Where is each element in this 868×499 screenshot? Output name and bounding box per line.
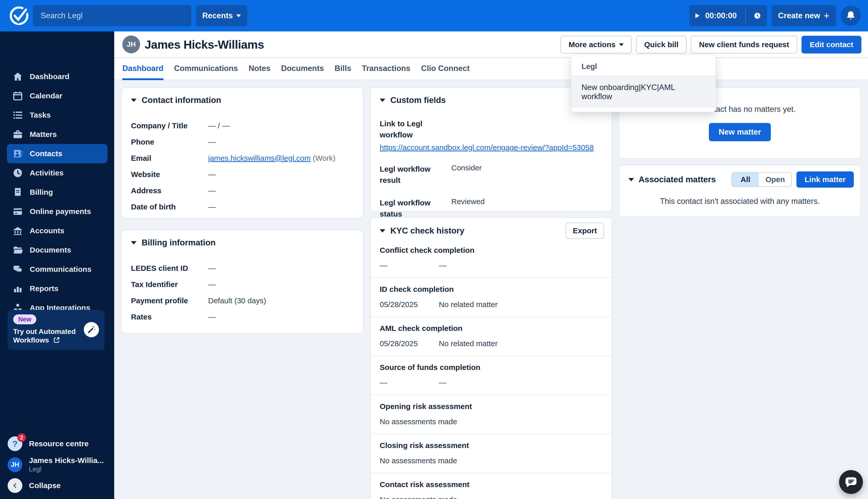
clock-icon[interactable] [754,10,761,21]
tab-dashboard[interactable]: Dashboard [122,58,164,80]
matters-filter-toggle: All Open [732,172,792,187]
help-icon: ? 2 [8,436,22,451]
sidebar-item-documents[interactable]: Documents [7,240,107,260]
filter-all[interactable]: All [732,173,759,186]
resource-centre[interactable]: ? 2 Resource centre [8,436,110,451]
notification-count-badge: 2 [17,433,26,442]
bank-icon [12,226,23,236]
sidebar-item-calendar[interactable]: Calendar [7,86,107,106]
new-client-funds-request-button[interactable]: New client funds request [691,36,797,53]
kyc-section-closing-risk: Closing risk assessment No assessments m… [370,434,612,473]
field-row: Payment profile Default (30 days) [131,293,354,309]
automated-workflows-promo[interactable]: New Try out Automated Workflows [8,310,105,350]
edit-contact-button[interactable]: Edit contact [801,36,861,53]
dropdown-group-label: Legl [571,55,715,76]
field-row: Rates — [131,309,354,325]
tab-documents[interactable]: Documents [281,58,324,80]
credit-card-icon [12,206,23,217]
associated-matters-card: Associated matters All Open Link matter … [619,165,861,217]
more-actions-label: More actions [569,40,616,49]
recents-button[interactable]: Recents [196,5,247,26]
clio-logo [9,5,29,26]
tab-transactions[interactable]: Transactions [362,58,411,80]
caret-down-icon[interactable] [628,178,634,181]
export-button[interactable]: Export [566,223,604,239]
link-matter-button[interactable]: Link matter [796,171,854,187]
tab-communications[interactable]: Communications [174,58,238,80]
create-new-label: Create new [778,11,820,20]
sidebar-nav: Dashboard Calendar Tasks Matters [0,67,114,337]
caret-down-icon[interactable] [131,99,136,102]
more-actions-button[interactable]: More actions [560,36,632,53]
new-badge: New [13,314,36,324]
sidebar-item-label: Reports [30,284,58,293]
legl-workflow-link[interactable]: https://account.sandbox.legl.com/engage-… [380,143,603,152]
field-row: Date of birth — [131,199,354,215]
chevron-down-icon [619,44,623,46]
sidebar-item-billing[interactable]: Billing [7,183,107,202]
sidebar-item-contacts[interactable]: Contacts [7,144,107,163]
sidebar-item-accounts[interactable]: Accounts [7,221,107,240]
caret-down-icon[interactable] [380,99,385,102]
new-matter-button[interactable]: New matter [709,123,771,141]
sidebar-item-dashboard[interactable]: Dashboard [7,67,107,86]
field-row: Tax Identifier — [131,276,354,293]
kyc-section-opening-risk: Opening risk assessment No assessments m… [370,395,612,434]
sidebar-item-matters[interactable]: Matters [7,125,107,144]
column-right: This contact has no matters yet. New mat… [619,87,861,492]
sidebar-item-activities[interactable]: Activities [7,163,107,183]
sidebar-item-tasks[interactable]: Tasks [7,106,107,125]
field-row: Company / Title — / — [131,118,354,134]
chevron-down-icon [236,14,241,17]
tab-clio-connect[interactable]: Clio Connect [421,58,469,80]
field-row: Address — [131,183,354,199]
recents-label: Recents [202,11,233,20]
timer-widget[interactable]: 00:00:00 [689,5,767,26]
sidebar-item-online-payments[interactable]: Online payments [7,202,107,221]
play-icon[interactable] [695,12,700,20]
sidebar-item-label: Online payments [30,207,91,216]
tab-notes[interactable]: Notes [249,58,270,80]
kyc-section-id-check: ID check completion 05/28/2025 No relate… [370,278,612,317]
collapse-sidebar-button[interactable]: Collapse [8,478,110,493]
chat-bubbles-icon [12,264,23,275]
kyc-check-history-card: KYC check history Export Conflict check … [370,217,612,499]
sidebar: Dashboard Calendar Tasks Matters [0,32,114,499]
user-name: James Hicks-Willia... [29,456,104,465]
field-legl-workflow-result: Legl workflow result Consider [380,163,603,186]
kyc-section-contact-risk: Contact risk assessment No assessments m… [370,473,612,499]
menu-item-new-onboarding-workflow[interactable]: New onboarding|KYC|AML workflow [571,76,715,108]
contact-information-card: Contact information Company / Title — / … [121,87,364,219]
sidebar-item-label: Accounts [30,227,64,235]
user-menu[interactable]: JH James Hicks-Willia... Legl [8,456,110,473]
external-link-icon [53,337,60,343]
quick-bill-button[interactable]: Quick bill [636,36,687,53]
caret-down-icon[interactable] [131,241,136,244]
kyc-section-source-of-funds: Source of funds completion — — [370,356,612,395]
sidebar-item-label: Documents [30,246,71,254]
sidebar-item-label: Tasks [30,111,51,119]
sidebar-item-communications[interactable]: Communications [7,260,107,279]
create-new-button[interactable]: Create new + [772,5,836,26]
global-search [33,5,191,26]
caret-down-icon[interactable] [380,229,385,232]
filter-open[interactable]: Open [759,173,792,186]
topbar: Recents 00:00:00 Create new + [0,0,868,32]
card-title: KYC check history [390,226,464,235]
search-input[interactable] [33,5,191,26]
sidebar-item-label: Calendar [30,92,62,100]
associated-matters-empty-message: This contact isn't associated with any m… [619,197,860,206]
promo-title: Try out Automated Workflows [13,327,78,344]
tab-bills[interactable]: Bills [334,58,351,80]
notifications-button[interactable] [841,5,861,26]
field-link-to-legl-workflow: Link to Legl workflow https://account.sa… [380,118,603,152]
tasks-icon [12,110,23,120]
header-actions: More actions Quick bill New client funds… [560,36,861,53]
chat-fab-button[interactable] [839,470,863,494]
contacts-icon [12,148,23,159]
kyc-section-conflict-check: Conflict check completion — — [370,239,612,278]
sidebar-item-reports[interactable]: Reports [7,279,107,298]
avatar: JH [8,458,22,472]
billing-information-card: Billing information LEDES client ID — Ta… [121,230,364,334]
email-link[interactable]: james.hickswilliams@legl.com [208,154,311,162]
